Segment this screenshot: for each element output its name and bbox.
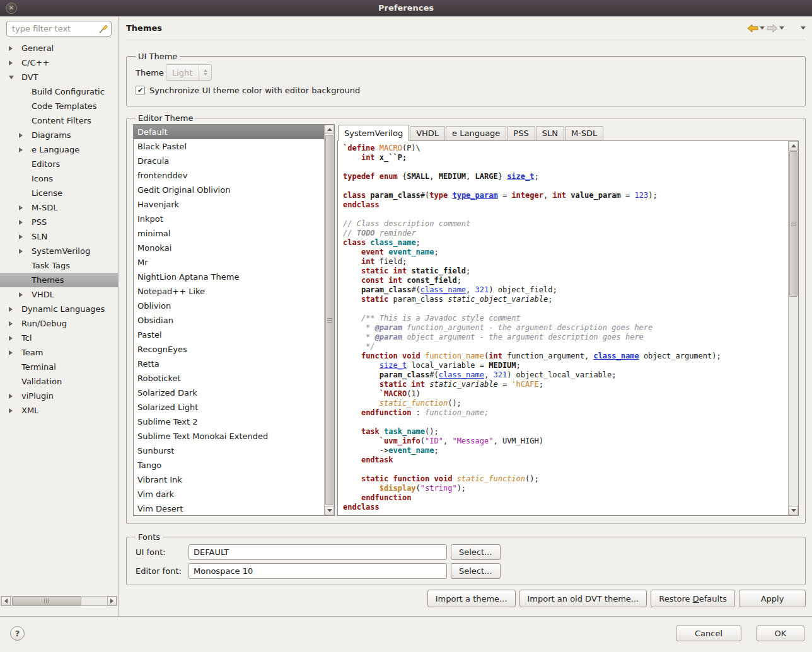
scroll-up-button[interactable] [325,125,334,134]
tree-item-general[interactable]: General [0,41,118,55]
collapsed-arrow-icon[interactable] [19,292,29,297]
sidebar-horizontal-scrollbar[interactable] [1,596,117,606]
collapsed-arrow-icon[interactable] [9,394,19,399]
tree-item-sln[interactable]: SLN [0,229,118,244]
theme-item-havenjark[interactable]: Havenjark [134,197,324,212]
view-menu-icon[interactable] [801,26,806,30]
theme-item-recogneyes[interactable]: RecognEyes [134,342,324,357]
scroll-down-button[interactable] [789,506,798,515]
theme-item-solarized-dark[interactable]: Solarized Dark [134,386,324,400]
theme-item-sublime-text-2[interactable]: Sublime Text 2 [134,415,324,429]
ok-button[interactable]: OK [757,626,804,641]
collapsed-arrow-icon[interactable] [9,336,19,341]
restore-defaults-button[interactable]: Restore Defaults [651,590,735,607]
tab-sln[interactable]: SLN [536,126,564,140]
tree-item-icons[interactable]: Icons [0,171,118,186]
tab-e-language[interactable]: e Language [446,126,506,140]
scroll-down-button[interactable] [325,506,334,515]
theme-item-solarized-light[interactable]: Solarized Light [134,400,324,415]
clear-filter-icon[interactable] [98,24,108,34]
theme-item-sublime-text-monokai-extended[interactable]: Sublime Text Monokai Extended [134,429,324,443]
tree-item-pss[interactable]: PSS [0,215,118,229]
collapsed-arrow-icon[interactable] [19,147,29,152]
theme-item-dracula[interactable]: Dracula [134,154,324,168]
apply-button[interactable]: Apply [739,590,806,607]
theme-item-vibrant-ink[interactable]: Vibrant Ink [134,472,324,487]
tree-item-dynamic-languages[interactable]: Dynamic Languages [0,302,118,316]
tree-item-tcl[interactable]: Tcl [0,331,118,345]
tree-item-content-filters[interactable]: Content Filters [0,113,118,128]
collapsed-arrow-icon[interactable] [19,220,29,225]
filter-input[interactable] [12,24,98,33]
tab-systemverilog[interactable]: SystemVerilog [338,125,409,141]
theme-item-monokai[interactable]: Monokai [134,241,324,255]
tree-item-c-c[interactable]: C/C++ [0,55,118,70]
tree-item-diagrams[interactable]: Diagrams [0,128,118,142]
scrollbar-thumb[interactable] [12,597,81,605]
theme-combo[interactable]: Light [166,64,212,81]
theme-item-vim-dark[interactable]: Vim dark [134,487,324,501]
tree-item-run-debug[interactable]: Run/Debug [0,316,118,331]
theme-item-sunburst[interactable]: Sunburst [134,443,324,458]
theme-item-frontenddev[interactable]: frontenddev [134,168,324,183]
tree-item-terminal[interactable]: Terminal [0,360,118,374]
tree-item-systemverilog[interactable]: SystemVerilog [0,244,118,258]
theme-item-notepad-like[interactable]: Notepad++ Like [134,284,324,299]
ui-font-select-button[interactable]: Select... [451,544,501,560]
collapsed-arrow-icon[interactable] [9,350,19,355]
forward-icon[interactable] [766,24,779,33]
theme-item-retta[interactable]: Retta [134,357,324,371]
tab-pss[interactable]: PSS [507,126,535,140]
theme-item-inkpot[interactable]: Inkpot [134,212,324,226]
tree-item-viplugin[interactable]: viPlugin [0,389,118,403]
collapsed-arrow-icon[interactable] [19,249,29,254]
theme-item-pastel[interactable]: Pastel [134,328,324,342]
tree-item-code-templates[interactable]: Code Templates [0,99,118,113]
tree-item-m-sdl[interactable]: M-SDL [0,200,118,215]
tree-item-dvt[interactable]: DVT [0,70,118,84]
tree-item-vhdl[interactable]: VHDL [0,287,118,302]
tab-vhdl[interactable]: VHDL [410,126,445,140]
back-history-dropdown-icon[interactable] [760,26,765,30]
window-close-button[interactable]: ✕ [6,3,17,14]
tree-item-team[interactable]: Team [0,345,118,360]
expanded-arrow-icon[interactable] [9,76,19,79]
collapsed-arrow-icon[interactable] [19,205,29,210]
theme-list-scrollbar[interactable] [324,125,334,515]
theme-item-minimal[interactable]: minimal [134,226,324,241]
tab-m-sdl[interactable]: M-SDL [565,126,603,140]
editor-font-select-button[interactable]: Select... [451,563,501,579]
editor-font-input[interactable] [188,563,447,579]
tree-item-task-tags[interactable]: Task Tags [0,258,118,273]
theme-item-vim-desert[interactable]: Vim Desert [134,501,324,515]
import-old-theme-button[interactable]: Import an old DVT theme... [519,590,647,607]
cancel-button[interactable]: Cancel [676,626,741,641]
tree-item-e-language[interactable]: e Language [0,142,118,157]
theme-item-gedit-original-oblivion[interactable]: Gedit Original Oblivion [134,183,324,197]
tree-item-themes[interactable]: Themes [0,273,118,287]
collapsed-arrow-icon[interactable] [9,307,19,312]
tree-item-xml[interactable]: XML [0,403,118,418]
collapsed-arrow-icon[interactable] [9,60,19,66]
tree-item-validation[interactable]: Validation [0,374,118,389]
scrollbar-track[interactable] [11,597,107,605]
back-icon[interactable] [746,24,759,33]
scrollbar-track[interactable] [325,134,334,506]
theme-item-roboticket[interactable]: Roboticket [134,371,324,386]
ui-font-input[interactable] [188,544,447,560]
tree-item-build-configuratic[interactable]: Build Configuratic [0,84,118,99]
tree-item-license[interactable]: License [0,186,118,200]
scrollbar-track[interactable] [789,151,798,506]
sync-checkbox[interactable]: ✔ [136,86,145,95]
collapsed-arrow-icon[interactable] [19,234,29,239]
theme-item-obsidian[interactable]: Obsidian [134,313,324,328]
collapsed-arrow-icon[interactable] [19,133,29,138]
collapsed-arrow-icon[interactable] [9,408,19,413]
theme-item-mr[interactable]: Mr [134,255,324,270]
import-theme-button[interactable]: Import a theme... [427,590,516,607]
theme-item-default[interactable]: Default [134,125,324,139]
help-button[interactable]: ? [10,626,25,641]
tree-item-editors[interactable]: Editors [0,157,118,171]
collapsed-arrow-icon[interactable] [9,46,19,51]
scrollbar-thumb[interactable] [325,135,334,505]
